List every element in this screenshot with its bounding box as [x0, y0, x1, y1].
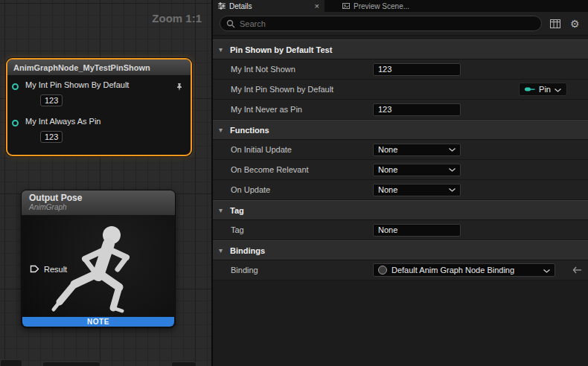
dropdown-value: None [378, 145, 397, 154]
section-header-tag[interactable]: ▾ Tag [213, 200, 588, 220]
search-box[interactable] [220, 16, 542, 31]
graph-node-partial[interactable] [42, 362, 100, 366]
int-pin-icon[interactable] [12, 83, 19, 90]
chevron-down-icon [449, 148, 456, 152]
result-pin-label: Result [44, 265, 67, 274]
node-title: Output Pose [29, 193, 167, 203]
tab-preview-scene[interactable]: Preview Scene... [335, 0, 417, 12]
property-row: Binding Default Anim Graph Node Binding [213, 260, 588, 280]
pin-button-label: Pin [539, 85, 551, 94]
chevron-down-icon: ▾ [219, 246, 230, 254]
property-row: On Initial Update None [213, 140, 588, 160]
node-body: My Int Pin Shown By Default 123 My Int A… [7, 75, 191, 155]
tab-label: Details [229, 2, 252, 10]
on-become-relevant-dropdown[interactable]: None [373, 164, 461, 176]
output-pose-node[interactable]: Output Pose AnimGraph [21, 190, 176, 328]
section-header-bindings[interactable]: ▾ Bindings [213, 240, 588, 260]
settings-gear-icon[interactable]: ⚙ [569, 17, 581, 30]
chevron-down-icon: ▾ [219, 45, 230, 54]
node-subtitle: AnimGraph [29, 203, 167, 211]
chevron-down-icon [449, 168, 456, 172]
property-label: Tag [231, 225, 244, 234]
pin-icon [525, 86, 535, 92]
details-panel: Details × Preview Scene... ⚙ [213, 0, 588, 366]
node-title: AnimGraphNode_MyTestPinShown [13, 63, 150, 72]
property-label: On Initial Update [231, 145, 292, 154]
thumbtack-pin-icon[interactable] [176, 81, 183, 94]
pin-value-box[interactable]: 123 [40, 94, 63, 106]
section-header-pin-shown-test[interactable]: ▾ Pin Shown by Default Test [213, 39, 588, 60]
section-header-functions[interactable]: ▾ Functions [213, 120, 588, 140]
tag-field[interactable] [373, 224, 461, 237]
property-label: My Int Not Shown [231, 65, 295, 74]
graph-node-partial[interactable] [0, 359, 22, 366]
int-pin-icon[interactable] [12, 120, 19, 126]
property-label: My Int Pin Shown by Default [231, 85, 333, 94]
search-input[interactable] [235, 16, 541, 30]
my-int-never-as-pin-field[interactable] [373, 103, 461, 116]
property-label: Binding [231, 266, 258, 274]
property-row: My Int Not Shown [213, 60, 588, 80]
section-title: Bindings [230, 246, 265, 255]
chevron-down-icon [543, 266, 550, 274]
close-icon[interactable]: × [315, 2, 319, 10]
anim-graph-canvas[interactable]: Zoom 1:1 AnimGraphNode_MyTestPinShown My… [0, 0, 212, 366]
graph-node-partial[interactable] [171, 362, 196, 366]
node-header[interactable]: Output Pose AnimGraph [22, 190, 175, 215]
preview-mannequin-image: Result [22, 216, 174, 318]
section-title: Functions [230, 126, 269, 135]
property-row: My Int Never as Pin [213, 100, 588, 120]
property-row: Tag [213, 220, 588, 240]
zoom-level-label: Zoom 1:1 [152, 12, 202, 25]
pin-value-box[interactable]: 123 [40, 131, 63, 143]
dropdown-value: None [378, 165, 397, 174]
binding-dropdown[interactable]: Default Anim Graph Node Binding [373, 263, 555, 277]
tab-bar: Details × Preview Scene... [213, 0, 588, 12]
on-initial-update-dropdown[interactable]: None [373, 144, 461, 156]
chevron-down-icon: ▾ [219, 206, 230, 214]
property-row: On Update None [213, 180, 588, 200]
section-title: Pin Shown by Default Test [230, 45, 332, 54]
unreal-editor-window: Zoom 1:1 AnimGraphNode_MyTestPinShown My… [0, 0, 588, 366]
property-list: ▾ Pin Shown by Default Test My Int Not S… [213, 39, 588, 280]
tab-details[interactable]: Details × [213, 0, 325, 12]
column-visibility-icon[interactable] [549, 17, 561, 30]
property-label: On Update [231, 185, 270, 194]
details-tab-icon [218, 2, 226, 10]
pin-dropdown-button[interactable]: Pin [519, 83, 567, 96]
note-badge: NOTE [22, 317, 174, 327]
property-row: On Become Relevant None [213, 160, 588, 180]
tab-label: Preview Scene... [354, 2, 409, 10]
anim-graph-test-node[interactable]: AnimGraphNode_MyTestPinShown My Int Pin … [6, 58, 192, 156]
dropdown-value: None [378, 185, 397, 194]
preview-scene-tab-icon [342, 2, 350, 10]
section-title: Tag [230, 206, 244, 215]
pin-label: My Int Pin Shown By Default [25, 80, 129, 89]
node-header[interactable]: AnimGraphNode_MyTestPinShown [7, 60, 191, 75]
pin-label: My Int Always As Pin [25, 117, 100, 126]
on-update-dropdown[interactable]: None [373, 184, 461, 196]
reset-to-default-icon[interactable] [572, 266, 582, 274]
dropdown-value: Default Anim Graph Node Binding [392, 266, 514, 274]
chevron-down-icon [449, 188, 456, 192]
chevron-down-icon [555, 85, 561, 94]
details-toolbar: ⚙ [213, 12, 588, 36]
binding-class-icon [378, 266, 387, 274]
property-label: My Int Never as Pin [231, 105, 302, 114]
property-row: My Int Pin Shown by Default Pin [213, 80, 588, 100]
chevron-down-icon: ▾ [219, 126, 230, 134]
my-int-not-shown-field[interactable] [373, 63, 461, 76]
property-label: On Become Relevant [231, 165, 309, 174]
search-icon [226, 19, 235, 28]
result-pin-icon[interactable] [30, 264, 39, 274]
